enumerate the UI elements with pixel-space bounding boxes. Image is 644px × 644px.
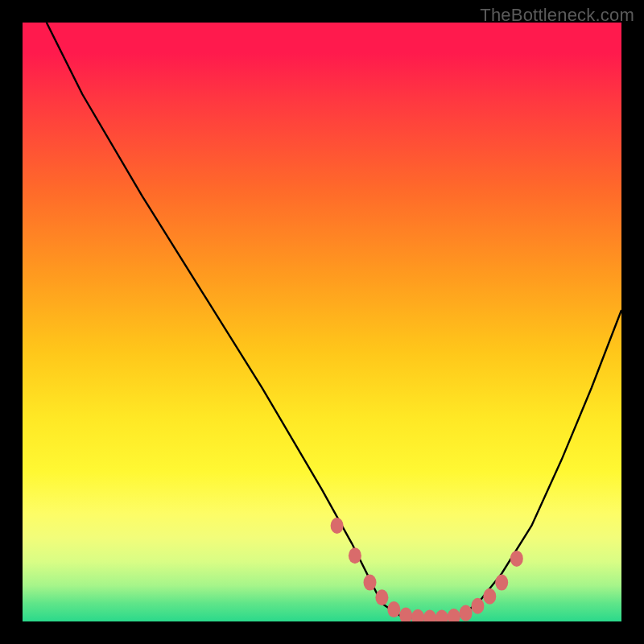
- watermark-text: TheBottleneck.com: [480, 5, 634, 26]
- chart-marker-dot: [331, 518, 344, 534]
- chart-marker-dot: [471, 598, 484, 614]
- chart-marker-dot: [448, 609, 460, 621]
- chart-marker-dot: [399, 608, 412, 621]
- chart-marker-dot: [375, 589, 388, 605]
- chart-svg-layer: [23, 23, 621, 621]
- chart-marker-dot: [423, 610, 436, 622]
- chart-marker-dot: [411, 609, 424, 621]
- chart-marker-dot: [349, 547, 361, 564]
- chart-marker-dot: [495, 575, 508, 591]
- chart-marker-dot: [483, 588, 496, 605]
- chart-marker-dot: [387, 601, 400, 617]
- chart-marker-dot: [436, 610, 448, 622]
- chart-plot-area: [23, 23, 621, 621]
- chart-marker-dot: [510, 551, 523, 567]
- chart-marker-group: [331, 518, 523, 621]
- chart-marker-dot: [460, 605, 473, 621]
- chart-marker-dot: [364, 575, 377, 591]
